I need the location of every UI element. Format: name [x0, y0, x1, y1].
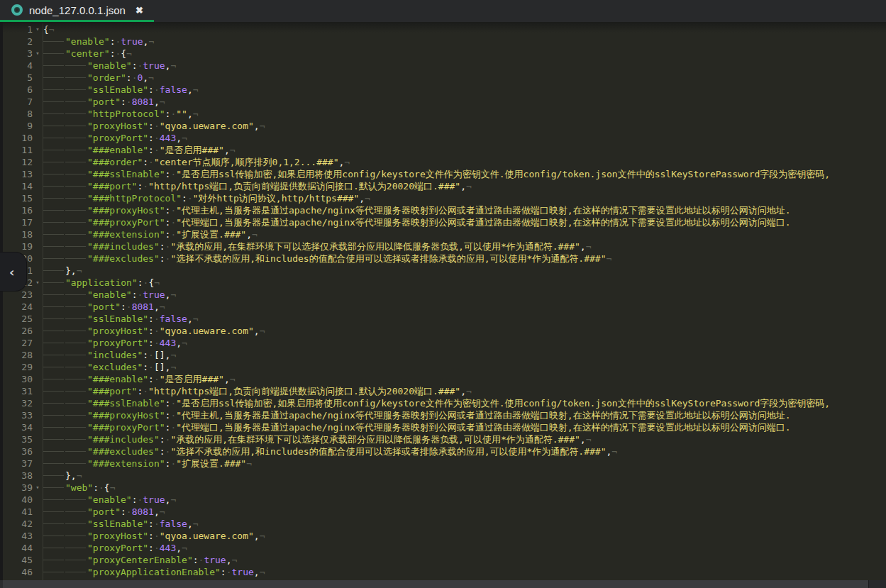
tab-whitespace-mark [43, 72, 64, 84]
code-line: 36"###excludes":·"选择不承载的应用,和includes的值配合… [0, 445, 886, 457]
code-line: 10"proxyPort":·443,¬ [0, 132, 886, 144]
fold-margin [33, 301, 43, 313]
code-text: "###proxyHost":·"代理主机,当服务器是通过apache/ngin… [43, 204, 886, 216]
tab-whitespace-mark [43, 361, 64, 373]
fold-margin [33, 542, 43, 554]
code-text: "center":·{¬ [43, 48, 886, 60]
line-number: 2 [0, 35, 33, 48]
tab-whitespace-mark [65, 530, 86, 542]
line-number: 29 [0, 361, 33, 373]
code-line: 8"httpProtocol":·"",¬ [0, 108, 886, 120]
horizontal-scrollbar[interactable] [0, 580, 886, 588]
fold-margin [33, 144, 43, 156]
horizontal-scrollbar-thumb[interactable] [3, 580, 868, 588]
code-text: "###sslEnable":·"是否启用ssl传输加密,如果启用将使用conf… [43, 397, 886, 409]
line-number: 7 [0, 96, 33, 108]
tab-whitespace-mark [43, 132, 64, 144]
tab-whitespace-mark [43, 349, 64, 361]
tab-whitespace-mark [65, 554, 86, 566]
code-line: 12"###order":·"center节点顺序,顺序排列0,1,2...##… [0, 156, 886, 168]
code-line: 2"enable":·true,¬ [0, 35, 886, 48]
code-line: 17"###proxyPort":·"代理端口,当服务器是通过apache/ng… [0, 216, 886, 228]
fold-margin [33, 518, 43, 530]
code-text: "proxyPort":·443,¬ [43, 337, 886, 349]
code-line: 26"proxyHost":·"qyoa.ueware.com",¬ [0, 325, 886, 337]
code-line: 40"enable":·true,¬ [0, 494, 886, 506]
tab-whitespace-mark [43, 554, 64, 566]
fold-margin [33, 60, 43, 72]
tab-whitespace-mark [65, 361, 86, 373]
fold-margin [33, 168, 43, 180]
fold-margin [33, 35, 43, 48]
tab-whitespace-mark [43, 96, 64, 108]
code-line: 20"###excludes":·"选择不承载的应用,和includes的值配合… [0, 253, 886, 265]
tab-whitespace-mark [65, 108, 86, 120]
tab-whitespace-mark [43, 506, 64, 518]
code-lines: 1▾{¬2"enable":·true,¬3▾"center":·{¬4"ena… [0, 22, 886, 580]
fold-marker-icon[interactable]: ▾ [33, 48, 43, 60]
tab-node-json[interactable]: node_127.0.0.1.json ✖ [0, 0, 154, 22]
tab-whitespace-mark [65, 204, 86, 216]
tab-whitespace-mark [65, 96, 86, 108]
tab-whitespace-mark [65, 566, 86, 578]
panel-collapse-button[interactable]: ‹ [0, 253, 26, 291]
code-text: "###excludes":·"选择不承载的应用,和includes的值配合使用… [43, 253, 886, 265]
code-editor[interactable]: 1▾{¬2"enable":·true,¬3▾"center":·{¬4"ena… [0, 22, 886, 580]
tab-whitespace-mark [43, 433, 64, 445]
fold-marker-icon[interactable]: ▾ [33, 277, 43, 289]
code-line: 41"port":·8081,¬ [0, 506, 886, 518]
json-file-icon [11, 4, 23, 16]
line-number: 32 [0, 397, 33, 409]
code-line: 38},¬ [0, 470, 886, 482]
code-text: "excludes":·[],¬ [43, 361, 886, 373]
code-line: 24"port":·8081,¬ [0, 301, 886, 313]
fold-margin [33, 156, 43, 168]
code-line: 29"excludes":·[],¬ [0, 361, 886, 373]
tab-whitespace-mark [43, 60, 64, 72]
code-line: 7"port":·8081,¬ [0, 96, 886, 108]
tab-whitespace-mark [43, 144, 64, 156]
tab-whitespace-mark [65, 192, 86, 204]
line-number: 16 [0, 204, 33, 216]
code-line: 1▾{¬ [0, 23, 886, 35]
code-line: 28"includes":·[],¬ [0, 349, 886, 361]
fold-margin [33, 192, 43, 204]
code-text: "###order":·"center节点顺序,顺序排列0,1,2...###"… [43, 156, 886, 168]
fold-margin [33, 216, 43, 228]
tab-whitespace-mark [43, 168, 64, 180]
code-line: 15"###httpProtocol":·"对外http访问协议,http/ht… [0, 192, 886, 204]
code-line: 27"proxyPort":·443,¬ [0, 337, 886, 349]
code-text: "sslEnable":·false,¬ [43, 313, 886, 325]
tab-whitespace-mark [65, 144, 86, 156]
code-text: "proxyPort":·443,¬ [43, 542, 886, 554]
tab-whitespace-mark [43, 518, 64, 530]
fold-margin [33, 470, 43, 482]
line-number: 27 [0, 337, 33, 349]
code-text: "###includes":·"承载的应用,在集群环境下可以选择仅承载部分应用以… [43, 240, 886, 253]
code-text: "###enable":·"是否启用###",¬ [43, 144, 886, 156]
fold-margin [33, 494, 43, 506]
line-number: 5 [0, 72, 33, 84]
line-number: 18 [0, 228, 33, 240]
line-number: 40 [0, 494, 33, 506]
tab-whitespace-mark [43, 156, 64, 168]
code-text: "proxyApplicationEnable":·true,¬ [43, 566, 886, 578]
code-text: "order":·0,¬ [43, 72, 886, 84]
fold-margin [33, 325, 43, 337]
code-text: "###port":·"http/https端口,负责向前端提供数据访问接口.默… [43, 385, 886, 397]
tab-title: node_127.0.0.1.json [29, 4, 126, 16]
tab-whitespace-mark [65, 433, 86, 445]
tab-whitespace-mark [43, 228, 64, 240]
tab-whitespace-mark [65, 240, 86, 253]
left-edge-strip [0, 22, 3, 588]
fold-marker-icon[interactable]: ▾ [33, 23, 43, 35]
code-text: "includes":·[],¬ [43, 349, 886, 361]
close-tab-icon[interactable]: ✖ [135, 5, 143, 16]
fold-margin [33, 385, 43, 397]
fold-margin [33, 84, 43, 96]
code-text: "proxyHost":·"qyoa.ueware.com",¬ [43, 120, 886, 132]
code-line: 42"sslEnable":·false,¬ [0, 518, 886, 530]
line-number: 33 [0, 409, 33, 421]
code-line: 37"###extension":·"扩展设置.###"¬ [0, 457, 886, 470]
fold-marker-icon[interactable]: ▾ [33, 482, 43, 494]
